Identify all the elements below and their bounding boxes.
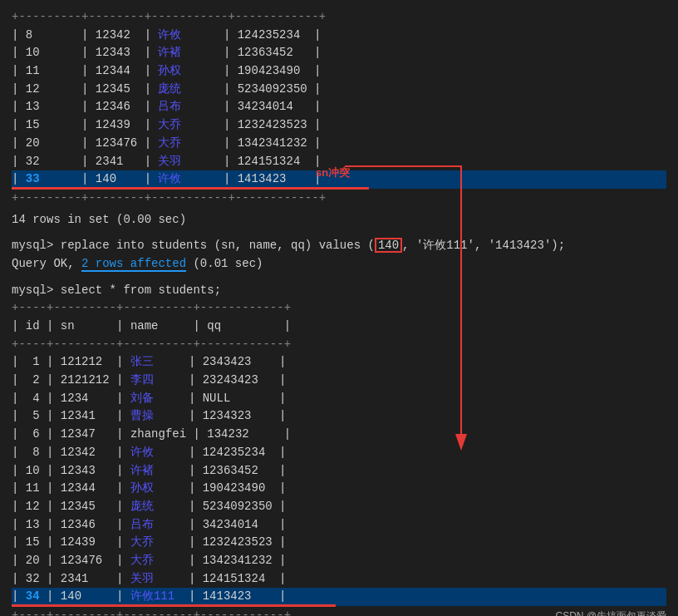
bottom-table: +----+---------+----------+------------+… (12, 299, 666, 616)
top-row-15: | 15 | 12439 | 大乔 | 1232423523 | (12, 116, 666, 135)
bottom-row-1: | 1 | 121212 | 张三 | 2343423 | (12, 353, 666, 372)
bottom-header: | id | sn | name | qq | (12, 318, 666, 336)
top-row-13: | 13 | 12346 | 吕布 | 34234014 | (12, 98, 666, 116)
bottom-row-20: | 20 | 123476 | 大乔 | 1342341232 | (12, 552, 666, 570)
bottom-row-12: | 12 | 12345 | 庞统 | 5234092350 | (12, 498, 666, 516)
rows-affected: 2 rows affected (81, 257, 186, 272)
bottom-row-11: | 11 | 12344 | 孙权 | 190423490 | (12, 480, 666, 498)
replace-result: Query OK, 2 rows affected (0.01 sec) (12, 255, 666, 274)
replace-command: mysql> replace into students (sn, name, … (12, 237, 666, 255)
bottom-row-2: | 2 | 2121212 | 李四 | 23243423 | (12, 372, 666, 390)
bottom-row-32: | 32 | 2341 | 关羽 | 124151324 | (12, 570, 666, 589)
top-divider: +---------+--------+-----------+--------… (12, 8, 666, 27)
sn-conflict-label: sn冲突 (316, 166, 350, 179)
top-row-12: | 12 | 12345 | 庞统 | 5234092350 | (12, 81, 666, 99)
top-row-8: | 8 | 12342 | 许攸 | 124235234 | (12, 27, 666, 45)
bottom-row-4: | 4 | 1234 | 刘备 | NULL | (12, 390, 666, 408)
terminal: +---------+--------+-----------+--------… (12, 8, 666, 616)
watermark: CSDN @先搞面包再谈爱 (555, 609, 666, 616)
bottom-divider-top: +----+---------+----------+------------+ (12, 299, 666, 318)
bottom-row-8: | 8 | 12342 | 许攸 | 124235234 | (12, 444, 666, 462)
bottom-row-6: | 6 | 12347 | zhangfei | 134232 | (12, 426, 666, 444)
bottom-row-34: | 34 | 140 | 许攸111 | 1413423 | (12, 588, 666, 606)
sn-conflict-annotation: sn冲突 (316, 165, 350, 182)
bottom-row-5: | 5 | 12341 | 曹操 | 1234323 | (12, 407, 666, 426)
bottom-row-34-container: | 34 | 140 | 许攸111 | 1413423 | (12, 588, 666, 607)
row-count: 14 rows in set (0.00 sec) (12, 211, 666, 229)
replace-section: mysql> replace into students (sn, name, … (12, 237, 666, 273)
bottom-row-15: | 15 | 12439 | 大乔 | 1232423523 | (12, 534, 666, 552)
top-row-20: | 20 | 123476 | 大乔 | 1342341232 | (12, 135, 666, 153)
top-end-divider: +---------+--------+-----------+--------… (12, 190, 666, 208)
value-140-box: 140 (375, 238, 402, 253)
top-row-10: | 10 | 12343 | 许褚 | 12363452 | (12, 44, 666, 62)
bottom-row-13: | 13 | 12346 | 吕布 | 34234014 | (12, 516, 666, 535)
top-row-11: | 11 | 12344 | 孙权 | 190423490 | (12, 62, 666, 81)
select-section: mysql> select * from students; +----+---… (12, 282, 666, 616)
bottom-row-10: | 10 | 12343 | 许褚 | 12363452 | (12, 462, 666, 480)
select-command: mysql> select * from students; (12, 282, 666, 300)
top-table: +---------+--------+-----------+--------… (12, 8, 666, 229)
bottom-divider-header: +----+---------+----------+------------+ (12, 336, 666, 354)
